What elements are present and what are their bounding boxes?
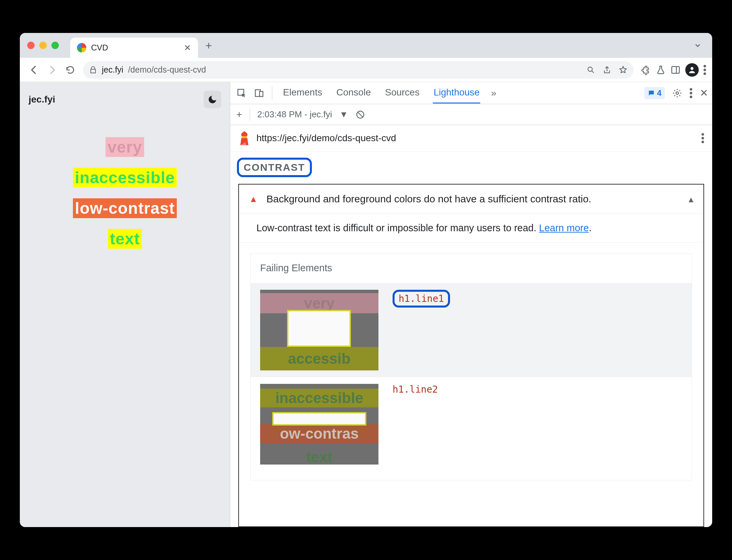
omnibox-actions [586,66,627,74]
failing-row[interactable]: very accessib h1.line1 [251,283,692,377]
devtools-menu-icon[interactable] [690,88,692,98]
svg-point-10 [690,88,692,91]
demo-word-4: text [108,229,142,249]
bookmark-icon[interactable] [619,66,627,74]
tab-title: CVD [91,43,108,52]
minimize-window-icon[interactable] [39,42,47,49]
forward-button[interactable] [44,62,60,78]
learn-more-link[interactable]: Learn more [539,223,589,233]
demo-word-3: low-contrast [73,198,177,218]
failing-row[interactable]: inaccessible ow-contras text h1.line2 [260,377,682,471]
extensions-icon[interactable] [641,65,651,75]
device-toggle-icon[interactable] [252,86,267,101]
tab-lighthouse[interactable]: Lighthouse [433,82,480,104]
messages-count: 4 [657,88,661,98]
svg-point-15 [701,133,704,136]
lighthouse-logo-icon [238,131,250,145]
search-icon[interactable] [586,66,595,74]
failing-elements-block: Failing Elements very accessib h1.line1 … [250,253,692,480]
browser-toolbar: jec.fyi/demo/cds-quest-cvd [20,58,712,82]
svg-point-11 [690,92,692,94]
tab-sources[interactable]: Sources [384,82,420,104]
chrome-menu-icon[interactable] [703,65,706,75]
tab-strip: CVD ✕ + [20,33,712,58]
svg-point-2 [691,67,694,70]
messages-badge[interactable]: 4 [644,87,665,99]
report-url: https://jec.fyi/demo/cds-quest-cvd [256,133,396,144]
demo-word-1: very [106,137,144,157]
devtools-panel: Elements Console Sources Lighthouse » 4 … [230,82,712,527]
address-bar[interactable]: jec.fyi/demo/cds-quest-cvd [83,61,634,79]
report-selector[interactable]: 2:03:48 PM - jec.fyi [257,109,332,120]
window-controls [27,42,59,49]
new-tab-button[interactable]: + [205,39,212,52]
back-button[interactable] [26,62,42,78]
svg-point-16 [701,137,704,139]
maximize-window-icon[interactable] [51,42,59,49]
audit-title: Background and foreground colors do not … [267,193,680,205]
svg-rect-1 [672,67,680,73]
more-tabs-icon[interactable]: » [491,88,496,98]
tabs-overflow-icon[interactable] [693,41,702,50]
audit-card: ▲ Background and foreground colors do no… [238,184,704,527]
tab-elements[interactable]: Elements [282,82,323,104]
sidepanel-icon[interactable] [670,65,681,75]
lighthouse-report-header: https://jec.fyi/demo/cds-quest-cvd [230,125,712,152]
settings-icon[interactable] [672,88,682,98]
element-thumbnail: very accessib [260,290,378,370]
devtools-panel-tabs: Elements Console Sources Lighthouse [282,82,480,104]
svg-rect-8 [259,91,263,96]
svg-point-9 [676,92,679,94]
share-icon[interactable] [603,66,611,74]
content-split: jec.fyi very inaccessible low-contrast t… [20,82,712,527]
close-window-icon[interactable] [27,42,35,49]
url-path: /demo/cds-quest-cvd [128,65,206,75]
site-title: jec.fyi [29,94,55,105]
lock-icon [89,66,97,74]
theme-toggle-button[interactable] [204,91,221,108]
svg-point-5 [703,72,706,75]
svg-point-4 [703,69,706,71]
devtools-close-icon[interactable]: ✕ [700,87,708,99]
devtools-tabbar: Elements Console Sources Lighthouse » 4 … [230,82,712,104]
labs-icon[interactable] [656,65,666,75]
dropdown-icon[interactable]: ▼ [339,109,348,120]
svg-point-17 [701,141,704,144]
element-thumbnail: inaccessible ow-contras text [260,384,378,465]
svg-point-0 [588,67,592,71]
inspect-icon[interactable] [234,86,249,101]
svg-point-12 [690,95,692,98]
demo-word-2: inaccessible [73,168,177,188]
failing-selector[interactable]: h1.line2 [393,384,438,395]
lighthouse-toolbar: + 2:03:48 PM - jec.fyi ▼ [230,104,712,125]
failing-elements-heading: Failing Elements [260,263,682,274]
url-host: jec.fyi [102,65,123,75]
extensions-row [641,63,706,77]
collapse-icon[interactable] [689,194,693,205]
new-report-button[interactable]: + [236,109,242,120]
warning-icon: ▲ [249,194,258,204]
contrast-section-heading: CONTRAST [237,158,312,177]
audit-desc-suffix: . [589,223,592,233]
svg-point-3 [703,65,706,68]
favicon-icon [77,43,86,52]
rendered-page: jec.fyi very inaccessible low-contrast t… [20,82,230,527]
reload-button[interactable] [62,62,78,78]
failing-selector[interactable]: h1.line1 [393,290,450,308]
close-tab-icon[interactable]: ✕ [184,43,191,53]
audit-description: Low-contrast text is difficult or imposs… [239,214,703,243]
browser-tab[interactable]: CVD ✕ [70,38,198,58]
audit-header[interactable]: ▲ Background and foreground colors do no… [239,185,703,214]
clear-icon[interactable] [356,110,365,119]
report-menu-icon[interactable] [701,133,704,143]
audit-desc-text: Low-contrast text is difficult or imposs… [256,223,539,233]
browser-window: CVD ✕ + jec.fyi/demo/cds-quest-cvd [20,33,712,527]
tab-console[interactable]: Console [336,82,372,104]
profile-avatar[interactable] [685,63,699,77]
svg-rect-14 [242,136,247,138]
